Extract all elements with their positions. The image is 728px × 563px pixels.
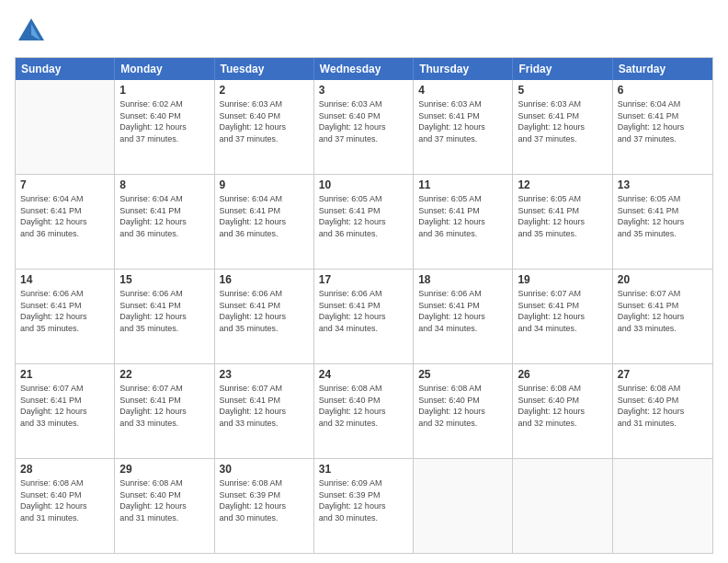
logo-icon xyxy=(15,15,48,48)
day-cell-20: 20Sunrise: 6:07 AMSunset: 6:41 PMDayligh… xyxy=(613,270,712,363)
day-number: 23 xyxy=(220,368,309,381)
cell-info: Sunrise: 6:03 AMSunset: 6:41 PMDaylight:… xyxy=(418,98,507,144)
day-cell-18: 18Sunrise: 6:06 AMSunset: 6:41 PMDayligh… xyxy=(414,270,513,363)
day-number: 18 xyxy=(418,273,507,286)
day-number: 25 xyxy=(418,368,507,381)
empty-cell xyxy=(513,459,612,553)
day-header-tuesday: Tuesday xyxy=(215,58,314,80)
cell-info: Sunrise: 6:05 AMSunset: 6:41 PMDaylight:… xyxy=(618,193,708,239)
day-cell-17: 17Sunrise: 6:06 AMSunset: 6:41 PMDayligh… xyxy=(314,270,414,363)
cell-info: Sunrise: 6:08 AMSunset: 6:39 PMDaylight:… xyxy=(220,477,309,523)
day-number: 9 xyxy=(220,178,309,191)
cell-info: Sunrise: 6:08 AMSunset: 6:40 PMDaylight:… xyxy=(119,477,209,523)
calendar-row-5: 28Sunrise: 6:08 AMSunset: 6:40 PMDayligh… xyxy=(16,459,712,553)
day-number: 31 xyxy=(319,463,408,476)
day-number: 29 xyxy=(119,463,209,476)
day-number: 27 xyxy=(618,368,708,381)
day-number: 5 xyxy=(518,84,607,97)
day-number: 19 xyxy=(518,273,607,286)
cell-info: Sunrise: 6:07 AMSunset: 6:41 PMDaylight:… xyxy=(518,288,607,334)
day-cell-10: 10Sunrise: 6:05 AMSunset: 6:41 PMDayligh… xyxy=(314,175,414,269)
cell-info: Sunrise: 6:05 AMSunset: 6:41 PMDaylight:… xyxy=(518,193,607,239)
day-header-sunday: Sunday xyxy=(16,58,115,80)
calendar-header: SundayMondayTuesdayWednesdayThursdayFrid… xyxy=(16,58,712,80)
empty-cell xyxy=(16,80,115,174)
day-number: 28 xyxy=(20,463,109,476)
empty-cell xyxy=(414,459,513,553)
day-number: 20 xyxy=(618,273,708,286)
calendar-row-3: 14Sunrise: 6:06 AMSunset: 6:41 PMDayligh… xyxy=(16,270,712,364)
cell-info: Sunrise: 6:08 AMSunset: 6:40 PMDaylight:… xyxy=(418,383,507,429)
cell-info: Sunrise: 6:04 AMSunset: 6:41 PMDaylight:… xyxy=(618,98,708,144)
day-cell-23: 23Sunrise: 6:07 AMSunset: 6:41 PMDayligh… xyxy=(215,364,314,458)
day-cell-22: 22Sunrise: 6:07 AMSunset: 6:41 PMDayligh… xyxy=(115,364,214,458)
day-number: 3 xyxy=(319,84,408,97)
calendar: SundayMondayTuesdayWednesdayThursdayFrid… xyxy=(15,57,713,554)
day-header-saturday: Saturday xyxy=(613,58,712,80)
day-cell-29: 29Sunrise: 6:08 AMSunset: 6:40 PMDayligh… xyxy=(115,459,214,553)
day-cell-21: 21Sunrise: 6:07 AMSunset: 6:41 PMDayligh… xyxy=(16,364,115,458)
cell-info: Sunrise: 6:06 AMSunset: 6:41 PMDaylight:… xyxy=(418,288,507,334)
day-number: 10 xyxy=(319,178,408,191)
day-number: 7 xyxy=(20,178,109,191)
day-cell-6: 6Sunrise: 6:04 AMSunset: 6:41 PMDaylight… xyxy=(613,80,712,174)
day-cell-31: 31Sunrise: 6:09 AMSunset: 6:39 PMDayligh… xyxy=(314,459,414,553)
day-cell-19: 19Sunrise: 6:07 AMSunset: 6:41 PMDayligh… xyxy=(513,270,612,363)
cell-info: Sunrise: 6:07 AMSunset: 6:41 PMDaylight:… xyxy=(119,383,209,429)
cell-info: Sunrise: 6:04 AMSunset: 6:41 PMDaylight:… xyxy=(119,193,209,239)
day-number: 15 xyxy=(119,273,209,286)
day-number: 26 xyxy=(518,368,607,381)
day-header-thursday: Thursday xyxy=(414,58,513,80)
day-cell-9: 9Sunrise: 6:04 AMSunset: 6:41 PMDaylight… xyxy=(215,175,314,269)
day-header-friday: Friday xyxy=(513,58,612,80)
day-cell-5: 5Sunrise: 6:03 AMSunset: 6:41 PMDaylight… xyxy=(513,80,612,174)
day-cell-28: 28Sunrise: 6:08 AMSunset: 6:40 PMDayligh… xyxy=(16,459,115,553)
day-cell-11: 11Sunrise: 6:05 AMSunset: 6:41 PMDayligh… xyxy=(414,175,513,269)
day-header-wednesday: Wednesday xyxy=(314,58,414,80)
day-number: 2 xyxy=(220,84,309,97)
cell-info: Sunrise: 6:05 AMSunset: 6:41 PMDaylight:… xyxy=(418,193,507,239)
calendar-row-4: 21Sunrise: 6:07 AMSunset: 6:41 PMDayligh… xyxy=(16,364,712,459)
cell-info: Sunrise: 6:08 AMSunset: 6:40 PMDaylight:… xyxy=(20,477,109,523)
cell-info: Sunrise: 6:08 AMSunset: 6:40 PMDaylight:… xyxy=(618,383,708,429)
cell-info: Sunrise: 6:04 AMSunset: 6:41 PMDaylight:… xyxy=(20,193,109,239)
day-cell-15: 15Sunrise: 6:06 AMSunset: 6:41 PMDayligh… xyxy=(115,270,214,363)
day-cell-25: 25Sunrise: 6:08 AMSunset: 6:40 PMDayligh… xyxy=(414,364,513,458)
cell-info: Sunrise: 6:03 AMSunset: 6:40 PMDaylight:… xyxy=(319,98,408,144)
cell-info: Sunrise: 6:08 AMSunset: 6:40 PMDaylight:… xyxy=(518,383,607,429)
day-number: 14 xyxy=(20,273,109,286)
cell-info: Sunrise: 6:06 AMSunset: 6:41 PMDaylight:… xyxy=(119,288,209,334)
day-cell-14: 14Sunrise: 6:06 AMSunset: 6:41 PMDayligh… xyxy=(16,270,115,363)
day-cell-2: 2Sunrise: 6:03 AMSunset: 6:40 PMDaylight… xyxy=(215,80,314,174)
calendar-row-1: 1Sunrise: 6:02 AMSunset: 6:40 PMDaylight… xyxy=(16,80,712,175)
day-number: 30 xyxy=(220,463,309,476)
day-cell-4: 4Sunrise: 6:03 AMSunset: 6:41 PMDaylight… xyxy=(414,80,513,174)
day-cell-16: 16Sunrise: 6:06 AMSunset: 6:41 PMDayligh… xyxy=(215,270,314,363)
cell-info: Sunrise: 6:05 AMSunset: 6:41 PMDaylight:… xyxy=(319,193,408,239)
day-number: 1 xyxy=(119,84,209,97)
cell-info: Sunrise: 6:08 AMSunset: 6:40 PMDaylight:… xyxy=(319,383,408,429)
day-number: 21 xyxy=(20,368,109,381)
cell-info: Sunrise: 6:07 AMSunset: 6:41 PMDaylight:… xyxy=(220,383,309,429)
cell-info: Sunrise: 6:02 AMSunset: 6:40 PMDaylight:… xyxy=(119,98,209,144)
cell-info: Sunrise: 6:03 AMSunset: 6:40 PMDaylight:… xyxy=(220,98,309,144)
empty-cell xyxy=(613,459,712,553)
day-number: 16 xyxy=(220,273,309,286)
cell-info: Sunrise: 6:04 AMSunset: 6:41 PMDaylight:… xyxy=(220,193,309,239)
cell-info: Sunrise: 6:06 AMSunset: 6:41 PMDaylight:… xyxy=(319,288,408,334)
day-number: 24 xyxy=(319,368,408,381)
cell-info: Sunrise: 6:06 AMSunset: 6:41 PMDaylight:… xyxy=(220,288,309,334)
cell-info: Sunrise: 6:07 AMSunset: 6:41 PMDaylight:… xyxy=(618,288,708,334)
day-cell-3: 3Sunrise: 6:03 AMSunset: 6:40 PMDaylight… xyxy=(314,80,414,174)
calendar-row-2: 7Sunrise: 6:04 AMSunset: 6:41 PMDaylight… xyxy=(16,175,712,270)
logo xyxy=(15,15,48,48)
day-cell-26: 26Sunrise: 6:08 AMSunset: 6:40 PMDayligh… xyxy=(513,364,612,458)
calendar-body: 1Sunrise: 6:02 AMSunset: 6:40 PMDaylight… xyxy=(16,80,712,553)
day-number: 6 xyxy=(618,84,708,97)
day-number: 13 xyxy=(618,178,708,191)
day-cell-1: 1Sunrise: 6:02 AMSunset: 6:40 PMDaylight… xyxy=(115,80,214,174)
day-number: 11 xyxy=(418,178,507,191)
day-number: 22 xyxy=(119,368,209,381)
day-number: 8 xyxy=(119,178,209,191)
day-number: 4 xyxy=(418,84,507,97)
